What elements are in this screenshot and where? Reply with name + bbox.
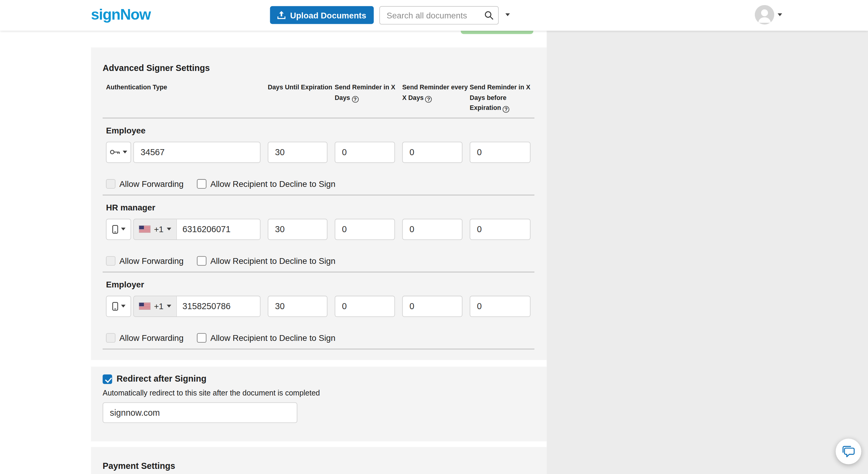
allow-decline-label: Allow Recipient to Decline to Sign: [210, 256, 336, 265]
signnow-logo[interactable]: signNow: [91, 6, 151, 23]
phone-number-input[interactable]: [177, 219, 260, 239]
search-input[interactable]: [379, 6, 499, 25]
cutoff-green-button[interactable]: [461, 31, 533, 34]
column-authentication-type: Authentication Type: [106, 82, 268, 113]
allow-decline-checkbox[interactable]: Allow Recipient to Decline to Sign: [197, 179, 336, 188]
auth-type-dropdown[interactable]: [106, 296, 131, 317]
us-flag-icon: [139, 302, 151, 310]
chevron-down-icon: [167, 305, 172, 307]
upload-documents-label: Upload Documents: [290, 10, 366, 20]
allow-forwarding-checkbox[interactable]: Allow Forwarding: [106, 333, 184, 343]
help-icon[interactable]: ?: [503, 106, 509, 113]
checkbox-unchecked[interactable]: [197, 256, 207, 265]
advanced-signer-settings-panel: Advanced Signer Settings Authentication …: [91, 48, 547, 360]
chevron-down-icon: [121, 228, 125, 230]
allow-forwarding-label: Allow Forwarding: [120, 256, 184, 265]
send-reminder-every-input[interactable]: [402, 218, 463, 240]
signer-row-employee: Employee: [106, 125, 534, 188]
allow-forwarding-checkbox[interactable]: Allow Forwarding: [106, 256, 184, 265]
upload-documents-button[interactable]: Upload Documents: [270, 6, 374, 24]
send-reminder-in-input[interactable]: [335, 142, 395, 163]
divider: [103, 271, 534, 272]
divider: [103, 117, 534, 118]
allow-decline-label: Allow Recipient to Decline to Sign: [210, 179, 336, 188]
avatar[interactable]: [755, 5, 774, 25]
chat-widget-button[interactable]: [836, 439, 861, 464]
allow-forwarding-label: Allow Forwarding: [120, 333, 184, 343]
advanced-signer-settings-title: Advanced Signer Settings: [91, 48, 547, 73]
payment-settings-title: Payment Settings: [103, 461, 534, 471]
auth-type-dropdown[interactable]: [106, 218, 131, 240]
redirect-after-signing-label: Redirect after Signing: [117, 374, 207, 384]
account-menu-chevron-icon[interactable]: [778, 13, 782, 16]
chat-icon: [841, 445, 855, 458]
phone-icon: [112, 225, 118, 234]
country-code-selector[interactable]: +1: [134, 219, 177, 239]
chevron-down-icon: [167, 228, 172, 230]
chevron-down-icon: [123, 151, 127, 153]
allow-forwarding-checkbox[interactable]: Allow Forwarding: [106, 179, 184, 188]
redirect-helper-text: Automatically redirect to this site afte…: [103, 389, 534, 397]
document-preview-pane: [547, 31, 868, 474]
signer-row-hr-manager: HR manager: [106, 202, 534, 265]
redirect-url-input[interactable]: [103, 403, 297, 423]
redirect-after-signing-panel: Redirect after Signing Automatically red…: [91, 366, 547, 441]
send-reminder-every-input[interactable]: [402, 142, 463, 163]
top-bar: signNow Upload Documents: [0, 0, 868, 31]
payment-settings-panel: Payment Settings: [91, 447, 547, 474]
signer-row-employer: Employer: [106, 279, 534, 343]
country-code-selector[interactable]: +1: [134, 296, 177, 317]
auth-type-dropdown[interactable]: [106, 142, 131, 163]
phone-input-group: +1: [133, 218, 260, 240]
upload-icon: [277, 10, 286, 20]
allow-decline-checkbox[interactable]: Allow Recipient to Decline to Sign: [197, 333, 336, 343]
send-reminder-in-input[interactable]: [335, 296, 395, 317]
signer-name: HR manager: [106, 202, 534, 212]
checkbox-unchecked[interactable]: [106, 256, 115, 265]
checkbox-unchecked[interactable]: [106, 333, 115, 343]
send-reminder-in-input[interactable]: [335, 218, 395, 240]
search-icon[interactable]: [484, 10, 493, 20]
signer-name: Employer: [106, 279, 534, 289]
password-value-input[interactable]: [133, 142, 260, 163]
days-until-expiration-input[interactable]: [268, 142, 328, 163]
send-reminder-before-input[interactable]: [470, 296, 530, 317]
column-send-reminder-before: Send Reminder in X Days before Expiratio…: [470, 82, 532, 113]
redirect-after-signing-checkbox[interactable]: [103, 374, 112, 383]
send-reminder-before-input[interactable]: [470, 142, 530, 163]
us-flag-icon: [139, 226, 151, 233]
help-icon[interactable]: ?: [351, 96, 358, 102]
days-until-expiration-input[interactable]: [268, 296, 328, 317]
help-icon[interactable]: ?: [425, 96, 432, 102]
send-reminder-every-input[interactable]: [402, 296, 463, 317]
allow-forwarding-label: Allow Forwarding: [120, 179, 184, 188]
phone-icon: [112, 302, 118, 311]
app-viewport: signNow Upload Documents: [0, 0, 868, 474]
checkbox-unchecked[interactable]: [106, 179, 115, 188]
checkbox-unchecked[interactable]: [197, 333, 207, 343]
send-reminder-before-input[interactable]: [470, 218, 530, 240]
chevron-down-icon: [121, 305, 125, 307]
country-code-label: +1: [154, 301, 163, 311]
search-box: [379, 6, 499, 25]
days-until-expiration-input[interactable]: [268, 218, 328, 240]
signer-name: Employee: [106, 125, 534, 135]
column-days-until-expiration: Days Until Expiration: [268, 82, 335, 113]
allow-decline-label: Allow Recipient to Decline to Sign: [210, 333, 336, 343]
divider: [103, 348, 534, 349]
phone-input-group: +1: [133, 296, 260, 317]
search-options-chevron-icon[interactable]: [505, 13, 510, 16]
checkbox-unchecked[interactable]: [197, 179, 207, 188]
settings-table-header: Authentication Type Days Until Expiratio…: [106, 82, 534, 113]
column-send-reminder-every: Send Reminder every X Days?: [402, 82, 470, 113]
allow-decline-checkbox[interactable]: Allow Recipient to Decline to Sign: [197, 256, 336, 265]
phone-number-input[interactable]: [177, 296, 260, 317]
column-send-reminder-in: Send Reminder in X Days?: [335, 82, 402, 113]
country-code-label: +1: [154, 224, 163, 234]
divider: [103, 195, 534, 195]
key-icon: [110, 149, 120, 155]
